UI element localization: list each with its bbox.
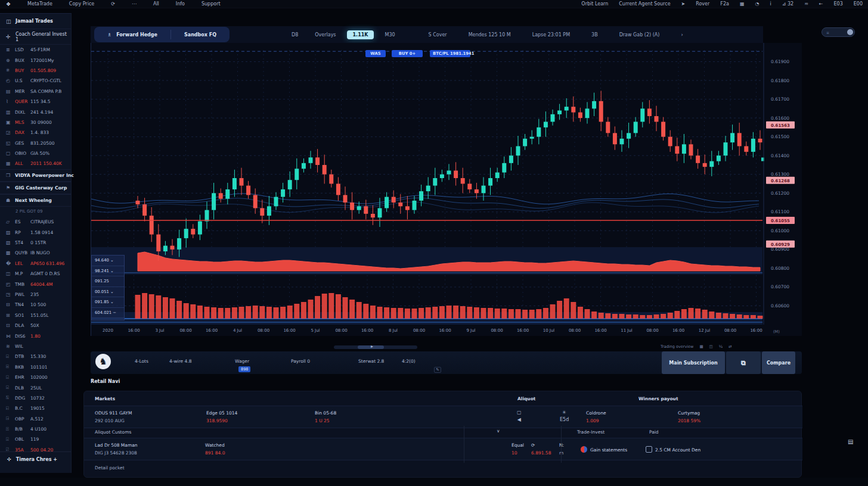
menubar-icon[interactable]: ▦ (740, 1, 745, 7)
menubar-item[interactable]: F2a (720, 1, 729, 7)
menubar-icon[interactable]: ⟳ (111, 1, 115, 7)
table-action[interactable]: Gain statements (581, 446, 627, 453)
sidebar-instrument-row[interactable]: ⍂DDG10732 (0, 393, 71, 403)
sidebar-instrument-row[interactable]: ⌇QUER115 34.5 (0, 96, 71, 107)
menubar-item[interactable]: Info (176, 1, 185, 7)
sidebar-instrument-row[interactable]: ◲DAX1.4. 833 (0, 127, 71, 138)
app-logo-icon[interactable]: ❖ (6, 1, 11, 7)
sidebar-instrument-row[interactable]: ▧5T40 15TR (0, 238, 71, 248)
sidebar-instrument-row[interactable]: ▩QUYBIB NUGO (0, 248, 71, 258)
sidebar-instrument-row[interactable]: ⊞SO1151.05L (0, 310, 71, 320)
sidebar-instrument-row[interactable]: ⎈BUY01.505.809 (0, 66, 71, 76)
menubar-item[interactable]: ⊿ 32 (782, 1, 793, 7)
sidebar-subheader[interactable]: ✛ Coach General Invest 1 (0, 29, 71, 45)
position-chip[interactable]: BTC/PL 1981.1941 (430, 50, 470, 57)
sidebar-instrument-row[interactable]: ⋈DIS61.80 (0, 331, 71, 341)
sidebar-instrument-row[interactable]: ▣MLS30 09000 (0, 117, 71, 127)
menubar-item[interactable]: All (153, 1, 159, 7)
table-footer-link[interactable]: Detail pocket (95, 465, 125, 471)
quarter-icon[interactable]: ¼ (719, 344, 723, 349)
toolbar-menu-item[interactable]: › (675, 30, 689, 39)
menubar-item[interactable]: MetaTrade (27, 1, 52, 7)
sidebar-instrument-row[interactable]: ⊕BUX172001My (0, 55, 71, 65)
sidebar-footer[interactable]: ✣ Timera Chres + (0, 451, 71, 462)
sidebar-instrument-row[interactable]: ◱GES831.20500 (0, 138, 71, 148)
menubar-item[interactable]: Current Agent Source (619, 1, 670, 7)
cell-icon-bottom[interactable]: ◀ (517, 417, 522, 422)
position-chip[interactable]: WAS (365, 50, 386, 57)
timeframe-button[interactable]: Overlays (309, 30, 342, 39)
menubar-item[interactable]: E00 (854, 1, 863, 7)
sidebar-instrument-row[interactable]: ◫M.PAGMT 0 D.RS (0, 269, 71, 279)
sidebar-instrument-row[interactable]: ▥DIXL241 4.194 (0, 107, 71, 117)
sidebar-instrument-row[interactable]: ◳PWL235 (0, 289, 71, 300)
grid-icon[interactable]: ▦ (699, 344, 703, 349)
cell-icon-top[interactable]: ▢ (517, 410, 522, 415)
menubar-icon[interactable]: ≂ (804, 1, 808, 7)
position-chip[interactable]: BUY 0+ (392, 50, 423, 57)
swap-icon[interactable]: ⇄ (728, 344, 731, 349)
sidebar-instrument-row[interactable]: ▤MERSA COMPA P.B (0, 86, 71, 96)
layout-button[interactable]: ⧉ (726, 351, 761, 374)
sidebar-instrument-row[interactable]: ▨RP1.58 0914 (0, 227, 71, 237)
chevron-down-icon[interactable]: ∨ (497, 428, 500, 434)
toolbar-menu-item[interactable]: 3B (585, 30, 604, 39)
menubar-icon[interactable]: ◔ (755, 1, 759, 7)
cell-icon-top[interactable]: ✳ (560, 410, 569, 415)
chart-toggle[interactable]: ≡ (822, 27, 855, 37)
symbol-mode[interactable]: Sandbox FQ (171, 32, 230, 38)
sidebar-instrument-row[interactable]: ◰TMB64004.4M (0, 279, 71, 289)
sidebar-instrument-row[interactable]: ⍇B.C19015 (0, 403, 71, 413)
menubar-icon[interactable]: ← (819, 1, 823, 7)
sidebar-section-header[interactable]: ☗Next Wheelng (0, 194, 71, 207)
sidebar-instrument-row[interactable]: ◴U.SCRYPTO-CGTL (0, 76, 71, 86)
timeframe-button[interactable]: 1.11K (347, 30, 374, 39)
tab-retail-navi[interactable]: Retail Navi (91, 379, 120, 384)
menubar-item[interactable]: Support (202, 1, 221, 7)
sidebar-instrument-row[interactable]: ⍐B/B4 U100 (0, 424, 71, 434)
menubar-item[interactable]: Copy Price (69, 1, 94, 7)
sidebar-instrument-row[interactable]: ⌸DTB15.330 (0, 351, 71, 362)
sidebar-instrument-row[interactable]: ▢OBIOGIA 50% (0, 148, 71, 158)
main-subscription-button[interactable]: Main Subscription (662, 351, 725, 374)
broker-logo[interactable]: ♞ (95, 354, 111, 369)
timeframe-button[interactable]: D8 (286, 30, 304, 39)
sidebar-instrument-row[interactable]: ≋WIL (0, 341, 71, 351)
table-row[interactable]: Lad Dr 508 MamanDIG J3 54628 2308Watched… (84, 438, 802, 460)
sidebar-instrument-row[interactable]: ⌺EHR102000 (0, 372, 71, 382)
table-cell-icons[interactable]: ✳E5d (560, 410, 569, 424)
sidebar-instrument-row[interactable]: ⍗OBL119 (0, 434, 71, 444)
timeframe-button[interactable]: M30 (379, 30, 401, 39)
toolbar-menu-item[interactable]: Mendes 125 10 M (463, 30, 517, 39)
play-icon[interactable]: ▸ (371, 344, 373, 349)
table-row[interactable]: ODUS 911 GAYM292 010 AUGEdge 05 1014318.… (84, 406, 802, 428)
sidebar-section-header[interactable]: ❒VIDYA Powerpower Inc (0, 169, 71, 182)
sidebar-instrument-row[interactable]: ▦ALL2011 150.40K (0, 158, 71, 169)
toolbar-menu-item[interactable]: S Cover (423, 30, 453, 39)
compare-button[interactable]: Compare (762, 351, 795, 374)
toolbar-menu-item[interactable]: Lapse 23:01 PM (526, 30, 576, 39)
symbol-pill[interactable]: ♗ Forward Hedge Sandbox FQ (94, 27, 230, 42)
sidebar-instrument-row[interactable]: ≣LSD45-F1RM (0, 45, 71, 55)
table-action[interactable]: 2.5 CM Account Den (646, 446, 700, 453)
sidebar-instrument-row[interactable]: �LELAP650 631.496 (0, 258, 71, 269)
menubar-icon[interactable]: ⋯ (132, 1, 137, 7)
sidebar-instrument-row[interactable]: ▱ESCITRAJEUS (0, 217, 71, 227)
sidebar-instrument-row[interactable]: ⍈OBPA.512 (0, 414, 71, 424)
page-icon[interactable]: ▤ (848, 438, 853, 445)
menubar-item[interactable]: Orbit Learn (581, 1, 608, 7)
edit-icon[interactable]: ✎ (434, 367, 441, 373)
chart-area[interactable]: 0.619000.618000.617000.616000.615000.614… (91, 43, 802, 336)
panel-icon[interactable]: ◫ (709, 344, 713, 349)
menubar-icon[interactable]: i (770, 1, 771, 7)
sidebar-instrument-row[interactable]: ⌻DLB25UL (0, 382, 71, 392)
sidebar-instrument-row[interactable]: ⊡DLA50X (0, 320, 71, 331)
table-cell-icons[interactable]: ▢◀ (517, 410, 522, 424)
sidebar-header[interactable]: ◫ Jamaal Trades (0, 14, 71, 29)
cell-icon-bottom[interactable]: E5d (560, 417, 569, 422)
chart-scrollbar[interactable]: ▸ (334, 345, 417, 349)
menubar-icon[interactable]: ➤ (681, 1, 686, 7)
sidebar-section-header[interactable]: ⚑GIG Casterway Corp (0, 182, 71, 194)
sidebar-instrument-row[interactable]: ⌹BKB101101 (0, 362, 71, 372)
candlestick-chart[interactable]: 0.619000.618000.617000.616000.615000.614… (91, 43, 802, 336)
